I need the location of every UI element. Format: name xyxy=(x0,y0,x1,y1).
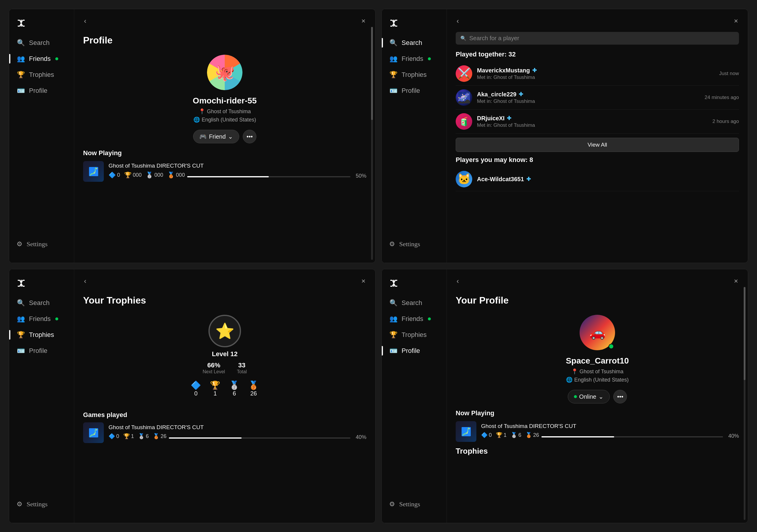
platinum-icon: 🔷 xyxy=(108,171,116,179)
platinum-trophy-icon: 🔷 xyxy=(191,380,201,390)
player-name-may-know: Ace-Wildcat3651 ✚ xyxy=(477,176,739,183)
more-button-2[interactable]: ••• xyxy=(613,390,627,403)
sidebar-label-search-3: Search xyxy=(29,299,50,307)
sidebar-item-friends-2[interactable]: 👥 Friends xyxy=(382,51,446,67)
player-met-1: Met in: Ghost of Tsushima xyxy=(477,99,700,104)
sidebar-item-profile[interactable]: 🪪 Profile xyxy=(9,83,74,99)
panel-topbar-friends: ‹ × xyxy=(447,9,748,29)
next-level-stat: 66% Next Level xyxy=(202,362,225,374)
sidebar-item-profile-3[interactable]: 🪪 Profile xyxy=(9,343,74,359)
main-content-friends: ‹ × 🔍 Played together: 32 ⚔️ MaverickxMu… xyxy=(447,9,748,263)
player-info-1: Aka_circle229 ✚ Met in: Ghost of Tsushim… xyxy=(477,91,700,104)
sidebar-settings-2[interactable]: ⚙ Settings xyxy=(382,234,446,254)
scrollbar-track-2[interactable] xyxy=(744,287,745,520)
platinum-count: 🔷 0 xyxy=(191,380,201,397)
ps-logo-2: ⯰ xyxy=(382,18,446,35)
bronze-icon: 🥉 xyxy=(167,171,175,179)
page-title-your-profile: Your Profile xyxy=(456,292,739,312)
back-button-2[interactable]: ‹ xyxy=(454,15,461,27)
sidebar-item-trophies-4[interactable]: 🏆 Trophies xyxy=(382,327,446,343)
back-button-3[interactable]: ‹ xyxy=(82,275,89,287)
controller-icon: 🎮 xyxy=(199,133,207,140)
search-icon-4: 🔍 xyxy=(389,299,397,307)
profile-game: 📍 Ghost of Tsushima xyxy=(199,108,251,115)
avatar-image: 🐙 xyxy=(215,63,235,82)
total-value: 33 xyxy=(237,362,247,369)
your-progress-container xyxy=(541,436,723,437)
settings-icon-3: ⚙ xyxy=(16,500,22,508)
sidebar-nav-profile: 🔍 Search 👥 Friends 🏆 Trophies 🪪 Profile xyxy=(9,35,74,234)
game-info-trophies: Ghost of Tsushima DIRECTOR'S CUT 🔷 0 🏆 1 xyxy=(108,424,366,441)
sidebar-item-trophies[interactable]: 🏆 Trophies xyxy=(9,67,74,83)
sidebar-label-trophies: Trophies xyxy=(29,71,54,79)
view-all-button[interactable]: View All xyxy=(456,138,739,152)
your-gold-icon: 🏆 xyxy=(496,432,502,438)
friend-button[interactable]: 🎮 Friend ⌄ xyxy=(193,130,239,143)
sidebar-item-friends[interactable]: 👥 Friends xyxy=(9,51,74,67)
profile-language: 🌐 English (United States) xyxy=(194,116,256,123)
gold-count: 🏆 1 xyxy=(210,380,220,397)
your-profile-language: 🌐 English (United States) xyxy=(566,376,629,383)
search-icon: 🔍 xyxy=(16,39,25,47)
sidebar-item-profile-2[interactable]: 🪪 Profile xyxy=(382,83,446,99)
games-played-title: Games played xyxy=(83,411,366,419)
online-dot xyxy=(574,395,577,398)
player-avatar-0: ⚔️ xyxy=(456,65,472,82)
sidebar-item-trophies-3[interactable]: 🏆 Trophies xyxy=(9,327,74,343)
player-avatar-img-may-know: 🐱 xyxy=(456,171,472,187)
gold-icon: 🏆 xyxy=(124,171,132,179)
search-icon-2: 🔍 xyxy=(389,39,397,47)
sidebar-settings-4[interactable]: ⚙ Settings xyxy=(382,494,446,514)
online-status-dot xyxy=(609,344,614,349)
back-button-4[interactable]: ‹ xyxy=(454,275,461,287)
player-row-may-know: 🐱 Ace-Wildcat3651 ✚ xyxy=(456,167,739,191)
player-avatar-img-0: ⚔️ xyxy=(456,65,472,82)
panel-trophies: ⯰ 🔍 Search 👥 Friends 🏆 Trophies 🪪 Profil… xyxy=(9,269,376,523)
chevron-down-icon-2: ⌄ xyxy=(598,393,604,400)
settings-icon-2: ⚙ xyxy=(389,240,395,248)
sidebar-item-trophies-2[interactable]: 🏆 Trophies xyxy=(382,67,446,83)
content-area-trophies: Your Trophies ⭐ Level 12 66% Next Level … xyxy=(74,289,375,523)
trophies-icon-3: 🏆 xyxy=(16,331,25,339)
sidebar-item-profile-4[interactable]: 🪪 Profile xyxy=(382,343,446,359)
close-button-3[interactable]: × xyxy=(359,275,368,287)
online-status-button[interactable]: Online ⌄ xyxy=(568,390,610,403)
panel-topbar-profile: ‹ × xyxy=(74,9,375,29)
close-button[interactable]: × xyxy=(359,15,368,27)
player-name-0: MaverickxMustang ✚ xyxy=(477,67,714,74)
sidebar-settings-3[interactable]: ⚙ Settings xyxy=(9,494,74,514)
game-trophy-row: 🔷 0 🏆 1 🥈 6 xyxy=(108,433,167,439)
more-button[interactable]: ••• xyxy=(243,130,257,143)
your-trophy-row: 🔷 0 🏆 1 🥈 6 xyxy=(481,432,539,438)
game-platinum: 🔷 0 xyxy=(108,433,119,439)
player-met-2: Met in: Ghost of Tsushima xyxy=(477,122,708,128)
close-button-2[interactable]: × xyxy=(732,15,741,27)
sidebar-item-search-4[interactable]: 🔍 Search xyxy=(382,295,446,311)
back-button[interactable]: ‹ xyxy=(82,15,89,27)
content-area-profile: Profile 🐙 Omochi-rider-55 📍 Ghost of Tsu… xyxy=(74,29,375,263)
scrollbar-thumb-2[interactable] xyxy=(744,287,745,380)
your-gold: 🏆 1 xyxy=(496,432,506,438)
game-info: Ghost of Tsushima DIRECTOR'S CUT 🔷 0 🏆 0… xyxy=(108,163,366,180)
player-row-0: ⚔️ MaverickxMustang ✚ Met in: Ghost of T… xyxy=(456,62,739,86)
sidebar-settings[interactable]: ⚙ Settings xyxy=(9,234,74,254)
profile-username: Omochi-rider-55 xyxy=(193,96,257,105)
scrollbar-track[interactable] xyxy=(371,27,373,260)
sidebar-item-friends-3[interactable]: 👥 Friends xyxy=(9,311,74,327)
sidebar-item-search[interactable]: 🔍 Search xyxy=(9,35,74,51)
scrollbar-thumb[interactable] xyxy=(371,27,373,120)
player-search-bar[interactable]: 🔍 xyxy=(456,32,739,44)
your-progress-pct: 40% xyxy=(728,433,739,439)
close-button-4[interactable]: × xyxy=(732,275,741,287)
sidebar-item-friends-4[interactable]: 👥 Friends xyxy=(382,311,446,327)
total-label: Total xyxy=(237,369,247,374)
played-together-title: Played together: 32 xyxy=(456,50,739,58)
sidebar-item-search-2[interactable]: 🔍 Search xyxy=(382,35,446,51)
sidebar-label-search-4: Search xyxy=(402,299,422,307)
game-thumbnail-your-profile: 🗾 xyxy=(456,421,476,442)
player-search-input[interactable] xyxy=(469,35,734,42)
player-avatar-img-2: 🧃 xyxy=(456,113,472,130)
game-title: Ghost of Tsushima DIRECTOR'S CUT xyxy=(108,163,366,169)
sidebar-item-search-3[interactable]: 🔍 Search xyxy=(9,295,74,311)
silver-trophy-icon: 🥈 xyxy=(229,380,239,390)
